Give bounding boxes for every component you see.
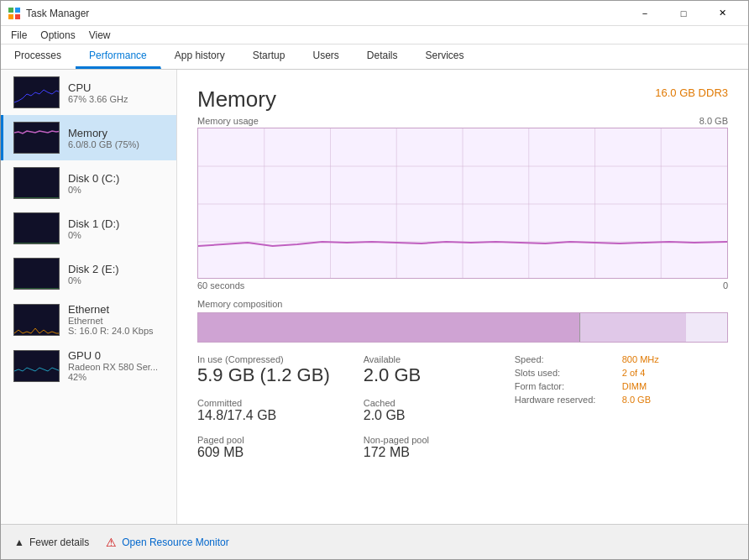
ethernet-detail-line1: Ethernet [68,316,166,326]
committed-group: Committed 14.8/17.4 GB [197,398,330,423]
cpu-mini-graph [13,76,60,108]
menu-file[interactable]: File [4,28,34,43]
paged-pool-group: Paged pool 609 MB [197,435,330,460]
bottom-bar: ▲ Fewer details ⚠ Open Resource Monitor [1,524,748,559]
sidebar-item-disk2[interactable]: Disk 2 (E:) 0% [1,251,176,296]
ethernet-detail-line2: S: 16.0 R: 24.0 Kbps [68,326,166,336]
chart-label-row: Memory usage 8.0 GB [197,116,728,126]
cpu-info: CPU 67% 3.66 GHz [68,81,166,104]
window-controls: − □ ✕ [626,1,741,26]
svg-rect-9 [14,305,60,336]
gpu0-detail: Radeon RX 580 Ser... [68,362,166,372]
memory-mini-graph [13,122,60,154]
sidebar-item-gpu0[interactable]: GPU 0 Radeon RX 580 Ser... 42% [1,343,176,389]
in-use-group: In use (Compressed) 5.9 GB (1.2 GB) [197,354,330,386]
gpu0-name: GPU 0 [68,349,166,362]
sidebar-item-disk0[interactable]: Disk 0 (C:) 0% [1,160,176,206]
committed-label: Committed [197,398,330,408]
in-use-value: 5.9 GB (1.2 GB) [197,364,330,386]
close-button[interactable]: ✕ [703,1,741,26]
title-bar: Task Manager − □ ✕ [1,1,748,26]
svg-rect-7 [14,213,60,244]
chart-time-label: 60 seconds [197,280,244,290]
tab-bar: Processes Performance App history Startu… [1,44,748,70]
disk2-mini-graph [13,258,60,290]
tab-users[interactable]: Users [299,44,353,69]
tab-services[interactable]: Services [412,44,479,69]
svg-rect-1 [15,8,20,13]
available-group: Available 2.0 GB [364,354,481,386]
paged-pool-label: Paged pool [197,435,330,445]
non-paged-label: Non-paged pool [364,435,481,445]
comp-used [198,313,579,342]
hw-reserved-label: Hardware reserved: [515,395,615,405]
available-value: 2.0 GB [364,364,481,386]
memory-info: Memory 6.0/8.0 GB (75%) [68,127,166,149]
fewer-details-label: Fewer details [29,536,89,548]
disk1-name: Disk 1 (D:) [68,217,166,230]
form-value: DIMM [622,381,647,391]
ethernet-name: Ethernet [68,303,166,316]
speed-label: Speed: [515,354,615,364]
slots-row: Slots used: 2 of 4 [515,368,666,378]
non-paged-value: 172 MB [364,445,481,460]
tab-performance[interactable]: Performance [76,44,161,69]
gpu0-detail2: 42% [68,372,166,382]
cached-value: 2.0 GB [364,408,481,423]
slots-value: 2 of 4 [622,368,646,378]
svg-rect-3 [15,14,20,19]
ethernet-info: Ethernet Ethernet S: 16.0 R: 24.0 Kbps [68,303,166,336]
svg-rect-5 [14,123,60,154]
memory-detail: 6.0/8.0 GB (75%) [68,139,166,149]
resource-monitor-button[interactable]: ⚠ Open Resource Monitor [106,536,228,549]
sidebar-item-disk1[interactable]: Disk 1 (D:) 0% [1,206,176,251]
svg-rect-10 [14,351,60,382]
main-panel: Memory 16.0 GB DDR3 Memory usage 8.0 GB [177,70,748,524]
stats-row: In use (Compressed) 5.9 GB (1.2 GB) Comm… [197,354,728,460]
cached-label: Cached [364,398,481,408]
chart-y-max: 8.0 GB [699,116,728,126]
chart-y-min: 0 [723,280,728,290]
disk0-mini-graph [13,167,60,199]
disk2-name: Disk 2 (E:) [68,263,166,275]
sidebar-item-ethernet[interactable]: Ethernet Ethernet S: 16.0 R: 24.0 Kbps [1,296,176,343]
main-header: Memory 16.0 GB DDR3 [197,86,728,113]
speed-row: Speed: 800 MHz [515,354,666,364]
hw-reserved-row: Hardware reserved: 8.0 GB [515,395,666,405]
tab-startup[interactable]: Startup [239,44,300,69]
form-label: Form factor: [515,381,615,391]
cpu-detail: 67% 3.66 GHz [68,94,166,104]
menu-view[interactable]: View [82,28,118,43]
disk2-detail: 0% [68,275,166,285]
menu-options[interactable]: Options [34,28,81,43]
disk0-detail: 0% [68,185,166,195]
sidebar: CPU 67% 3.66 GHz Memory 6.0/8.0 GB (75%) [1,70,177,524]
sidebar-item-memory[interactable]: Memory 6.0/8.0 GB (75%) [1,115,176,160]
memory-usage-chart [197,128,728,279]
memory-chart-container: Memory usage 8.0 GB [197,116,728,290]
app-icon [8,7,21,20]
slots-label: Slots used: [515,368,615,378]
committed-value: 14.8/17.4 GB [197,408,330,423]
main-subtitle: 16.0 GB DDR3 [655,86,728,99]
sidebar-item-cpu[interactable]: CPU 67% 3.66 GHz [1,70,176,115]
cached-group: Cached 2.0 GB [364,398,481,423]
svg-rect-8 [14,259,60,290]
task-manager-window: Task Manager − □ ✕ File Options View Pro… [0,0,749,560]
composition-label: Memory composition [197,299,728,309]
tab-details[interactable]: Details [354,44,412,69]
window-title: Task Manager [26,8,626,19]
gpu0-mini-graph [13,350,60,382]
maximize-button[interactable]: □ [664,1,703,26]
stats-mid: Available 2.0 GB Cached 2.0 GB Non-paged… [364,354,481,460]
cpu-name: CPU [68,81,166,94]
disk2-info: Disk 2 (E:) 0% [68,263,166,285]
tab-app-history[interactable]: App history [161,44,239,69]
resource-monitor-icon: ⚠ [106,536,117,549]
tab-processes[interactable]: Processes [1,44,76,69]
ethernet-mini-graph [13,304,60,336]
memory-name: Memory [68,127,166,139]
minimize-button[interactable]: − [626,1,664,26]
fewer-details-button[interactable]: ▲ Fewer details [14,536,89,548]
disk0-info: Disk 0 (C:) 0% [68,172,166,195]
